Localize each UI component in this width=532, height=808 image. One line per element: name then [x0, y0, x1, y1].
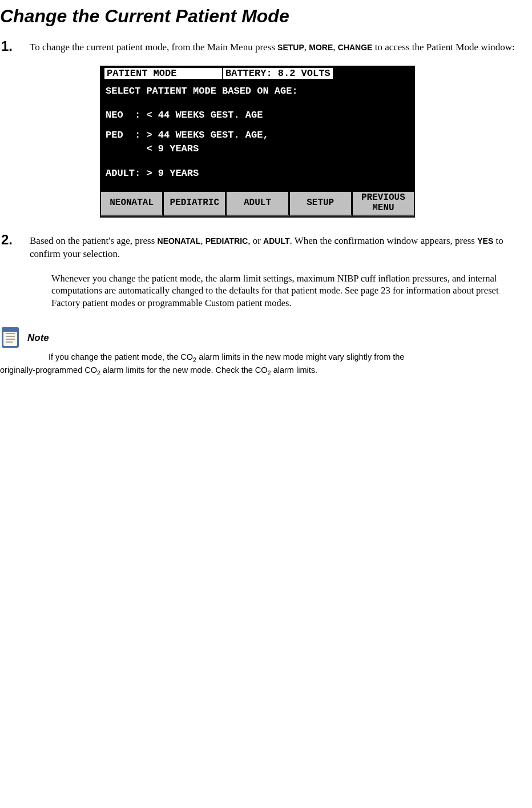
step-2: 2. Based on the patient's age, press NEO…	[0, 232, 532, 261]
screen-title: PATIENT MODE	[104, 68, 223, 79]
patient-mode-screen: PATIENT MODE BATTERY: 8.2 VOLTS SELECT P…	[100, 66, 415, 218]
screen-ped-line1: PED : > 44 WEEKS GEST. AGE,	[106, 130, 409, 141]
step-2-number: 2.	[1, 232, 30, 261]
more-label: MORE	[309, 43, 333, 52]
adult-label: ADULT	[263, 236, 289, 246]
setup-button[interactable]: SETUP	[290, 192, 353, 216]
step-2-pre: Based on the patient's age, press	[30, 235, 158, 246]
sep: , or	[248, 235, 263, 246]
note-l2-pre: originally-programmed CO	[0, 365, 97, 375]
note-l1-post: alarm limits in the new mode might vary …	[196, 352, 404, 361]
step-1-number: 1.	[1, 38, 30, 54]
note-l2-post: alarm limits.	[271, 365, 317, 375]
change-label: CHANGE	[338, 43, 373, 52]
screen-ped-line2: < 9 YEARS	[106, 143, 409, 155]
pediatric-label: PEDIATRIC	[205, 236, 248, 246]
yes-label: YES	[477, 236, 493, 246]
neonatal-label: NEONATAL	[158, 236, 201, 246]
setup-label: SETUP	[277, 43, 304, 52]
note-l2-mid: alarm limits for the new mode. Check the…	[100, 365, 268, 375]
screen-neo-line: NEO : < 44 WEEKS GEST. AGE	[106, 110, 409, 121]
sep: ,	[304, 42, 309, 53]
previous-menu-button[interactable]: PREVIOUS MENU	[353, 192, 414, 216]
sep: ,	[200, 235, 205, 246]
adult-button[interactable]: ADULT	[227, 192, 289, 216]
note-icon	[0, 326, 23, 350]
step-1-pre: To change the current patient mode, from…	[30, 42, 277, 53]
step-1: 1. To change the current patient mode, f…	[0, 38, 532, 54]
step-2-text: Based on the patient's age, press NEONAT…	[30, 232, 531, 261]
page-title: Change the Current Patient Mode	[0, 6, 532, 27]
note-label: Note	[27, 332, 49, 344]
step-2-mid: . When the confirmation window appears, …	[290, 235, 478, 246]
screen-button-row: NEONATAL PEDIATRIC ADULT SETUP PREVIOUS …	[101, 192, 414, 216]
screen-adult-line: ADULT: > 9 YEARS	[106, 168, 409, 179]
sub-paragraph: Whenever you change the patient mode, th…	[51, 272, 526, 309]
note-l1-pre: If you change the patient mode, the CO	[49, 352, 193, 361]
screen-body: SELECT PATIENT MODE BASED ON AGE: NEO : …	[101, 80, 414, 192]
step-1-post: to access the Patient Mode window:	[372, 42, 514, 53]
sep: ,	[333, 42, 338, 53]
svg-rect-6	[2, 327, 19, 332]
screen-prompt: SELECT PATIENT MODE BASED ON AGE:	[106, 86, 409, 97]
note-text: If you change the patient mode, the CO2 …	[0, 351, 532, 377]
neonatal-button[interactable]: NEONATAL	[101, 192, 164, 216]
step-1-text: To change the current patient mode, from…	[30, 38, 515, 54]
battery-status: BATTERY: 8.2 VOLTS	[223, 68, 333, 79]
note-section: Note If you change the patient mode, the…	[0, 326, 532, 377]
pediatric-button[interactable]: PEDIATRIC	[164, 192, 227, 216]
